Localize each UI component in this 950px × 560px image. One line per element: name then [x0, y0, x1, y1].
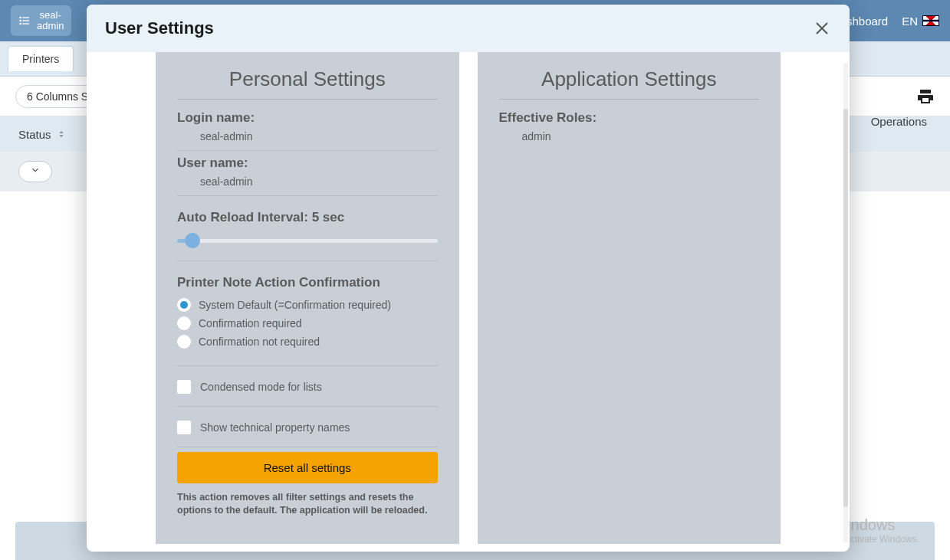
roles-label: Effective Roles: — [499, 110, 760, 126]
slider-thumb[interactable] — [185, 233, 200, 248]
personal-settings-panel: Personal Settings Login name: seal-admin… — [156, 52, 459, 544]
radio-icon — [177, 316, 191, 330]
roles-value: admin — [499, 126, 760, 150]
checkbox-icon — [177, 421, 191, 434]
reset-button[interactable]: Reset all settings — [177, 452, 438, 483]
application-heading: Application Settings — [499, 67, 760, 100]
confirm-heading: Printer Note Action Confirmation — [177, 275, 438, 290]
radio-label: Confirmation required — [199, 317, 302, 329]
interval-section: Auto Reload Interval: 5 sec — [177, 210, 438, 261]
login-name-label: Login name: — [177, 110, 438, 126]
interval-slider[interactable] — [177, 233, 438, 248]
checkbox-icon — [177, 380, 191, 394]
radio-system-default[interactable]: System Default (=Confirmation required) — [177, 298, 438, 312]
modal-body: Personal Settings Login name: seal-admin… — [87, 52, 850, 552]
confirmation-section: Printer Note Action Confirmation System … — [177, 275, 438, 366]
user-name-value: seal-admin — [177, 171, 438, 196]
modal-title: User Settings — [105, 18, 214, 38]
radio-label: Confirmation not required — [199, 336, 320, 348]
modal-header: User Settings — [87, 5, 850, 52]
user-name-label: User name: — [177, 156, 438, 171]
close-icon[interactable] — [813, 19, 831, 38]
user-settings-modal: User Settings Personal Settings Login na… — [87, 5, 850, 552]
check-label: Condensed mode for lists — [200, 381, 322, 393]
radio-confirm-not-required[interactable]: Confirmation not required — [177, 335, 438, 349]
application-settings-panel: Application Settings Effective Roles: ad… — [478, 52, 781, 544]
radio-label: System Default (=Confirmation required) — [199, 299, 391, 311]
scroll-thumb[interactable] — [843, 109, 848, 507]
radio-icon — [177, 298, 191, 312]
modal-scrollbar[interactable] — [843, 63, 848, 542]
check-label: Show technical property names — [200, 421, 350, 434]
interval-label: Auto Reload Interval: 5 sec — [177, 210, 438, 225]
check-condensed[interactable]: Condensed mode for lists — [177, 380, 438, 394]
radio-confirm-required[interactable]: Confirmation required — [177, 316, 438, 330]
slider-track — [177, 239, 438, 243]
check-technical-names[interactable]: Show technical property names — [177, 421, 438, 434]
technical-names-section: Show technical property names — [177, 421, 438, 447]
login-name-value: seal-admin — [177, 126, 438, 151]
personal-heading: Personal Settings — [177, 67, 438, 100]
condensed-section: Condensed mode for lists — [177, 380, 438, 407]
radio-icon — [177, 335, 191, 349]
reset-note: This action removes all filter settings … — [177, 491, 438, 517]
